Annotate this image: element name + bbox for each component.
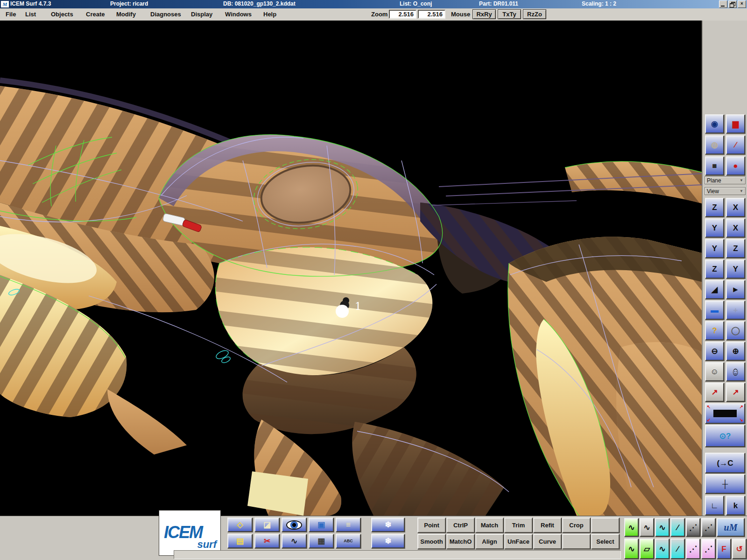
menu-objects[interactable]: Objects: [49, 8, 75, 21]
zoom-in-icon[interactable]: ⊕: [726, 342, 745, 361]
trash-icon[interactable]: ▦: [309, 534, 334, 548]
airbrush-icon[interactable]: ∕: [726, 135, 745, 154]
ctrlp-button[interactable]: CtrlP: [446, 518, 475, 533]
menu-list[interactable]: List: [23, 8, 38, 21]
freeze-icon[interactable]: ❄: [371, 518, 405, 532]
view-y-top-icon[interactable]: Y: [726, 259, 745, 279]
eye-glyph: [286, 520, 302, 530]
diagnosis-stethoscope-icon[interactable]: ∿: [282, 534, 307, 548]
match-button[interactable]: Match: [475, 518, 504, 533]
cut-plane-icon[interactable]: ✂: [254, 534, 280, 548]
render-measure-eye-icon[interactable]: ◉: [705, 114, 724, 133]
tangent-vectors-icon[interactable]: k: [726, 496, 745, 515]
point-cloud2-pink-icon[interactable]: ⋰: [701, 539, 716, 559]
minimize-button[interactable]: [719, 0, 727, 8]
rotate-origin-icon[interactable]: ?: [705, 321, 724, 340]
app-icon[interactable]: M: [1, 1, 9, 7]
curve2-cyan-icon[interactable]: ∿: [655, 539, 669, 559]
workplane-icon[interactable]: ◇: [227, 518, 253, 532]
command-status-field[interactable]: [174, 550, 621, 559]
screenshot-car-icon[interactable]: ▆: [726, 114, 745, 133]
view-y-bottom-icon[interactable]: Y: [705, 239, 724, 258]
icem-um-logo-icon[interactable]: uM: [717, 518, 745, 537]
plan-sheet-icon[interactable]: F: [717, 539, 731, 559]
select-button[interactable]: Select: [591, 534, 620, 549]
axes-corner-icon[interactable]: ∟: [705, 496, 724, 515]
faces-green-icon[interactable]: ▱: [640, 539, 654, 559]
line-cyan-icon[interactable]: ∕: [670, 539, 685, 559]
box-view-icon[interactable]: ◪: [254, 518, 280, 532]
notes-edit-icon[interactable]: ≡: [336, 518, 361, 532]
point-marker-label: 1: [355, 301, 361, 312]
box-zoom-icon[interactable]: ▬: [705, 301, 724, 320]
crop-button[interactable]: Crop: [562, 518, 591, 533]
restore-button[interactable]: [728, 0, 737, 8]
mirror-view-icon[interactable]: ◯: [726, 321, 745, 340]
surface-curves-green-icon-glyph: ∿: [628, 524, 634, 532]
point-row2-icon[interactable]: ⋰: [701, 518, 716, 537]
view-z-side-icon[interactable]: Z: [726, 239, 745, 258]
close-button[interactable]: ×: [738, 0, 746, 8]
folder-icon[interactable]: ▤: [227, 534, 253, 548]
curve-cyan-icon[interactable]: ∿: [655, 518, 669, 537]
pan-view-icon[interactable]: +: [726, 301, 745, 320]
plane-dropdown-label: Plane: [707, 177, 721, 184]
highlight-sphere-icon[interactable]: ●: [726, 156, 745, 175]
view-dropdown[interactable]: View▼: [705, 187, 746, 195]
view-x-side-icon[interactable]: X: [726, 198, 745, 217]
section-stack-x-icon[interactable]: X: [726, 218, 745, 238]
surface-outline-icon[interactable]: ∿: [640, 518, 654, 537]
menu-create[interactable]: Create: [84, 8, 106, 21]
surfaces-green-icon[interactable]: ∿: [624, 539, 639, 559]
plane-dropdown[interactable]: Plane▼: [705, 176, 746, 184]
examine-help-icon[interactable]: ⊙?: [705, 425, 745, 447]
mouse-mode-rzzo-button[interactable]: RzZo: [523, 9, 546, 19]
curvature-plot-icon[interactable]: ┼: [705, 474, 745, 494]
refit-button[interactable]: Refit: [533, 518, 562, 533]
point-row-icon[interactable]: ⋰: [686, 518, 700, 537]
curve-transition-icon[interactable]: (→C: [705, 453, 745, 473]
unface-button[interactable]: UnFace: [504, 534, 533, 549]
label-abc-icon[interactable]: ABC: [336, 534, 361, 548]
view-z-left-icon[interactable]: Z: [705, 259, 724, 279]
matcho-button[interactable]: MatchO: [446, 534, 475, 549]
point-button[interactable]: Point: [417, 518, 446, 533]
window-copy-icon[interactable]: ▣: [309, 518, 334, 532]
menu-file[interactable]: File: [4, 8, 18, 21]
point-cloud-pink-icon[interactable]: ⋰: [686, 539, 700, 559]
menu-diagnoses[interactable]: Diagnoses: [148, 8, 183, 21]
freeze-refresh-icon[interactable]: ❄: [371, 534, 405, 548]
visibility-eye-icon[interactable]: [282, 518, 307, 532]
blank-button[interactable]: [591, 518, 620, 533]
menu-windows[interactable]: Windows: [223, 8, 254, 21]
smiley-tall-icon[interactable]: ☺: [726, 362, 745, 381]
blank-button[interactable]: [562, 534, 591, 549]
curve-arrows-icon[interactable]: ↺: [732, 539, 747, 559]
trim-button[interactable]: Trim: [504, 518, 533, 533]
zoom-out-icon[interactable]: ⊖: [705, 342, 724, 361]
shell-material-icon[interactable]: ◍: [705, 135, 724, 154]
shading-cube-icon[interactable]: ■: [705, 156, 724, 175]
surface-curves-green-icon[interactable]: ∿: [624, 518, 639, 537]
view-z-front-icon[interactable]: Z: [705, 198, 724, 217]
flip-view-x-icon[interactable]: ►: [726, 280, 745, 299]
menu-help[interactable]: Help: [261, 8, 278, 21]
section-stack-y-icon[interactable]: Y: [705, 218, 724, 238]
scale-arrow-icon[interactable]: ↗: [705, 383, 724, 402]
scale-arrow2-icon[interactable]: ↗: [726, 383, 745, 402]
menu-modify[interactable]: Modify: [114, 8, 138, 21]
curve-button[interactable]: Curve: [533, 534, 562, 549]
align-button[interactable]: Align: [475, 534, 504, 549]
mouse-mode-rxry-button[interactable]: RxRy: [472, 9, 496, 19]
zoom-input-1[interactable]: [389, 10, 416, 19]
mouse-mode-txty-button[interactable]: TxTy: [498, 9, 521, 19]
3d-viewport[interactable]: 1: [0, 21, 702, 516]
fit-view-icon[interactable]: ↖↗↙↘: [705, 403, 745, 424]
iso-view-icon[interactable]: ◢: [705, 280, 724, 299]
smooth-button[interactable]: Smooth: [417, 534, 446, 549]
zoom-input-2[interactable]: [418, 10, 445, 19]
smiley-round-icon[interactable]: ☺: [705, 362, 724, 381]
curve-segment-cyan-icon[interactable]: ∕: [670, 518, 685, 537]
line-cyan-icon-glyph: ∕: [677, 545, 678, 553]
menu-display[interactable]: Display: [189, 8, 214, 21]
